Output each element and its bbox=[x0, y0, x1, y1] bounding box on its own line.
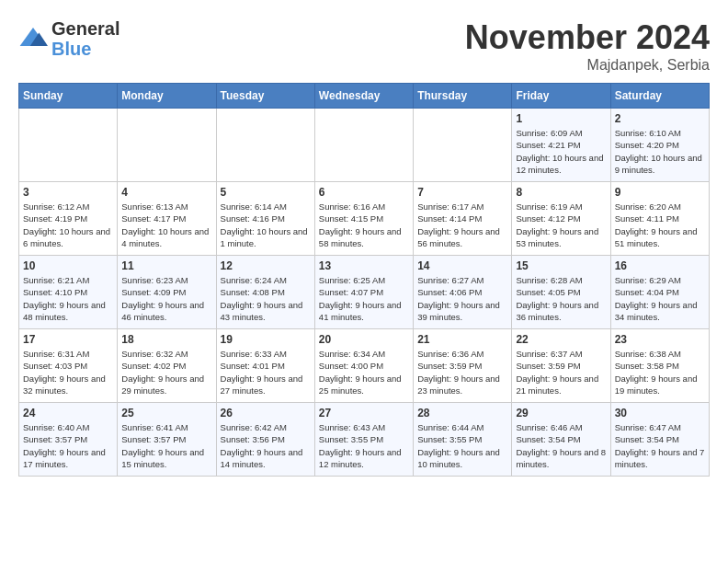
day-number: 15 bbox=[516, 259, 606, 272]
location: Majdanpek, Serbia bbox=[465, 57, 710, 74]
day-info: Sunrise: 6:43 AM Sunset: 3:55 PM Dayligh… bbox=[319, 421, 409, 470]
day-number: 23 bbox=[615, 333, 705, 346]
day-number: 11 bbox=[121, 259, 211, 272]
day-info: Sunrise: 6:13 AM Sunset: 4:17 PM Dayligh… bbox=[121, 201, 211, 249]
day-number: 19 bbox=[221, 333, 311, 346]
day-number: 12 bbox=[221, 259, 311, 272]
calendar-cell: 29Sunrise: 6:46 AM Sunset: 3:54 PM Dayli… bbox=[512, 403, 610, 477]
day-number: 8 bbox=[516, 186, 606, 199]
day-number: 6 bbox=[319, 186, 409, 199]
day-number: 18 bbox=[121, 333, 211, 346]
day-info: Sunrise: 6:17 AM Sunset: 4:14 PM Dayligh… bbox=[417, 201, 507, 249]
day-number: 2 bbox=[615, 112, 705, 125]
title-block: November 2024 Majdanpek, Serbia bbox=[465, 18, 710, 74]
day-number: 1 bbox=[516, 112, 606, 125]
calendar-week-5: 24Sunrise: 6:40 AM Sunset: 3:57 PM Dayli… bbox=[19, 403, 710, 477]
day-number: 20 bbox=[319, 333, 409, 346]
calendar-week-4: 17Sunrise: 6:31 AM Sunset: 4:03 PM Dayli… bbox=[19, 329, 710, 403]
calendar-cell: 12Sunrise: 6:24 AM Sunset: 4:08 PM Dayli… bbox=[216, 256, 314, 329]
calendar-cell: 15Sunrise: 6:28 AM Sunset: 4:05 PM Dayli… bbox=[512, 256, 610, 329]
logo-icon bbox=[18, 24, 48, 53]
logo-text: General Blue bbox=[51, 18, 119, 59]
day-number: 27 bbox=[319, 407, 409, 419]
day-info: Sunrise: 6:10 AM Sunset: 4:20 PM Dayligh… bbox=[615, 127, 705, 176]
calendar-cell bbox=[314, 109, 413, 182]
day-number: 4 bbox=[121, 186, 211, 199]
calendar-cell: 11Sunrise: 6:23 AM Sunset: 4:09 PM Dayli… bbox=[118, 256, 216, 329]
calendar-cell: 25Sunrise: 6:41 AM Sunset: 3:57 PM Dayli… bbox=[118, 403, 216, 477]
day-number: 28 bbox=[417, 407, 507, 419]
day-info: Sunrise: 6:12 AM Sunset: 4:19 PM Dayligh… bbox=[23, 201, 113, 249]
day-number: 29 bbox=[516, 407, 606, 419]
page-header: General Blue November 2024 Majdanpek, Se… bbox=[18, 18, 710, 74]
day-number: 3 bbox=[23, 186, 113, 199]
day-info: Sunrise: 6:34 AM Sunset: 4:00 PM Dayligh… bbox=[319, 348, 409, 396]
calendar-cell: 30Sunrise: 6:47 AM Sunset: 3:54 PM Dayli… bbox=[610, 403, 709, 477]
day-info: Sunrise: 6:29 AM Sunset: 4:04 PM Dayligh… bbox=[615, 274, 705, 323]
day-info: Sunrise: 6:21 AM Sunset: 4:10 PM Dayligh… bbox=[23, 274, 113, 323]
day-info: Sunrise: 6:23 AM Sunset: 4:09 PM Dayligh… bbox=[121, 274, 211, 323]
day-number: 17 bbox=[23, 333, 113, 346]
calendar-week-2: 3Sunrise: 6:12 AM Sunset: 4:19 PM Daylig… bbox=[19, 182, 710, 256]
day-info: Sunrise: 6:32 AM Sunset: 4:02 PM Dayligh… bbox=[121, 348, 211, 396]
day-info: Sunrise: 6:42 AM Sunset: 3:56 PM Dayligh… bbox=[221, 421, 311, 470]
day-info: Sunrise: 6:36 AM Sunset: 3:59 PM Dayligh… bbox=[417, 348, 507, 396]
calendar-cell: 27Sunrise: 6:43 AM Sunset: 3:55 PM Dayli… bbox=[314, 403, 413, 477]
calendar-cell: 26Sunrise: 6:42 AM Sunset: 3:56 PM Dayli… bbox=[216, 403, 314, 477]
day-info: Sunrise: 6:46 AM Sunset: 3:54 PM Dayligh… bbox=[516, 421, 606, 470]
day-info: Sunrise: 6:27 AM Sunset: 4:06 PM Dayligh… bbox=[417, 274, 507, 323]
calendar-cell bbox=[414, 109, 512, 182]
calendar-cell: 17Sunrise: 6:31 AM Sunset: 4:03 PM Dayli… bbox=[19, 329, 118, 403]
calendar-cell: 3Sunrise: 6:12 AM Sunset: 4:19 PM Daylig… bbox=[19, 182, 118, 256]
day-number: 24 bbox=[23, 407, 113, 419]
day-number: 16 bbox=[615, 259, 705, 272]
day-number: 5 bbox=[221, 186, 311, 199]
calendar-cell: 7Sunrise: 6:17 AM Sunset: 4:14 PM Daylig… bbox=[414, 182, 512, 256]
calendar-cell bbox=[216, 109, 314, 182]
day-info: Sunrise: 6:25 AM Sunset: 4:07 PM Dayligh… bbox=[319, 274, 409, 323]
day-number: 25 bbox=[121, 407, 211, 419]
day-number: 7 bbox=[417, 186, 507, 199]
day-info: Sunrise: 6:47 AM Sunset: 3:54 PM Dayligh… bbox=[615, 421, 705, 470]
calendar-cell: 8Sunrise: 6:19 AM Sunset: 4:12 PM Daylig… bbox=[512, 182, 610, 256]
day-header-saturday: Saturday bbox=[610, 84, 709, 109]
day-info: Sunrise: 6:41 AM Sunset: 3:57 PM Dayligh… bbox=[121, 421, 211, 470]
calendar-cell: 9Sunrise: 6:20 AM Sunset: 4:11 PM Daylig… bbox=[610, 182, 709, 256]
day-info: Sunrise: 6:19 AM Sunset: 4:12 PM Dayligh… bbox=[516, 201, 606, 249]
day-info: Sunrise: 6:20 AM Sunset: 4:11 PM Dayligh… bbox=[615, 201, 705, 249]
calendar-cell: 23Sunrise: 6:38 AM Sunset: 3:58 PM Dayli… bbox=[610, 329, 709, 403]
calendar-cell: 6Sunrise: 6:16 AM Sunset: 4:15 PM Daylig… bbox=[314, 182, 413, 256]
calendar-cell: 28Sunrise: 6:44 AM Sunset: 3:55 PM Dayli… bbox=[414, 403, 512, 477]
day-info: Sunrise: 6:33 AM Sunset: 4:01 PM Dayligh… bbox=[221, 348, 311, 396]
day-info: Sunrise: 6:40 AM Sunset: 3:57 PM Dayligh… bbox=[23, 421, 113, 470]
calendar-week-1: 1Sunrise: 6:09 AM Sunset: 4:21 PM Daylig… bbox=[19, 109, 710, 182]
day-number: 30 bbox=[615, 407, 705, 419]
calendar-cell: 5Sunrise: 6:14 AM Sunset: 4:16 PM Daylig… bbox=[216, 182, 314, 256]
day-info: Sunrise: 6:31 AM Sunset: 4:03 PM Dayligh… bbox=[23, 348, 113, 396]
logo-general: General bbox=[51, 18, 119, 39]
calendar-cell: 1Sunrise: 6:09 AM Sunset: 4:21 PM Daylig… bbox=[512, 109, 610, 182]
day-info: Sunrise: 6:44 AM Sunset: 3:55 PM Dayligh… bbox=[417, 421, 507, 470]
day-number: 21 bbox=[417, 333, 507, 346]
day-info: Sunrise: 6:09 AM Sunset: 4:21 PM Dayligh… bbox=[516, 127, 606, 176]
calendar-cell: 2Sunrise: 6:10 AM Sunset: 4:20 PM Daylig… bbox=[610, 109, 709, 182]
calendar-cell: 18Sunrise: 6:32 AM Sunset: 4:02 PM Dayli… bbox=[118, 329, 216, 403]
calendar-cell: 20Sunrise: 6:34 AM Sunset: 4:00 PM Dayli… bbox=[314, 329, 413, 403]
calendar-cell: 13Sunrise: 6:25 AM Sunset: 4:07 PM Dayli… bbox=[314, 256, 413, 329]
logo: General Blue bbox=[18, 18, 119, 59]
day-header-thursday: Thursday bbox=[414, 84, 512, 109]
day-number: 22 bbox=[516, 333, 606, 346]
day-number: 9 bbox=[615, 186, 705, 199]
day-info: Sunrise: 6:24 AM Sunset: 4:08 PM Dayligh… bbox=[221, 274, 311, 323]
logo-blue: Blue bbox=[51, 39, 119, 59]
day-header-tuesday: Tuesday bbox=[216, 84, 314, 109]
calendar-cell: 21Sunrise: 6:36 AM Sunset: 3:59 PM Dayli… bbox=[414, 329, 512, 403]
day-header-monday: Monday bbox=[118, 84, 216, 109]
day-number: 26 bbox=[221, 407, 311, 419]
calendar-cell: 4Sunrise: 6:13 AM Sunset: 4:17 PM Daylig… bbox=[118, 182, 216, 256]
calendar-week-3: 10Sunrise: 6:21 AM Sunset: 4:10 PM Dayli… bbox=[19, 256, 710, 329]
day-header-wednesday: Wednesday bbox=[314, 84, 413, 109]
calendar-cell: 14Sunrise: 6:27 AM Sunset: 4:06 PM Dayli… bbox=[414, 256, 512, 329]
day-number: 13 bbox=[319, 259, 409, 272]
calendar-table: SundayMondayTuesdayWednesdayThursdayFrid… bbox=[18, 83, 710, 477]
